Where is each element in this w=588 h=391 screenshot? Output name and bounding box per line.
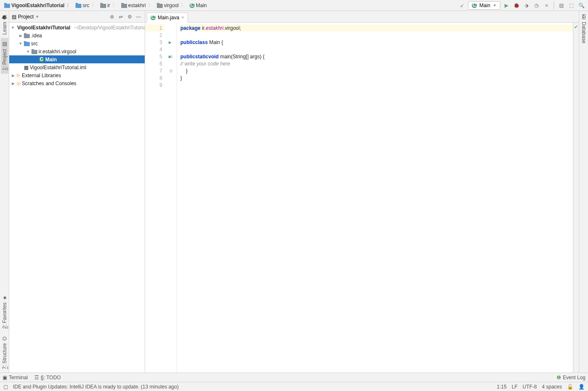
svg-rect-19 [24,41,26,43]
fold-gutter: ⊟⊟ [165,23,177,373]
project-icon: ▤ [12,14,16,20]
panel-title-label: Project [18,14,34,20]
search-everywhere-icon[interactable]: 🔍 [577,1,585,10]
status-message[interactable]: IDE and Plugin Updates: IntelliJ IDEA is… [13,384,492,390]
tab-label: Main.java [158,15,179,21]
crumb-virgool[interactable]: virgool〉 [155,1,187,9]
svg-rect-7 [121,3,124,5]
scratches-icon: ◎ [16,81,21,86]
hide-icon[interactable]: — [135,14,142,20]
gear-icon[interactable]: ⚙ [126,14,133,20]
svg-text:C: C [473,3,476,8]
locate-icon[interactable]: ⊕ [108,14,116,20]
tree-label: External Libraries [22,73,61,78]
status-caret-position[interactable]: 1:15 [497,384,507,390]
bottom-tool-tabs: ▣Terminal ☲6: TODO ❶Event Log [0,373,588,382]
module-icon: ▦ [24,65,29,70]
terminal-icon: ▣ [3,375,7,381]
coverage-icon[interactable]: ⬗ [522,1,531,10]
right-tool-rail: 🗄Database [579,11,588,373]
crumb-main[interactable]: C Main [188,2,208,9]
project-structure-icon[interactable]: ▤ [557,1,565,10]
rail-project[interactable]: 1: Project▤ [1,38,8,74]
chevron-down-icon: ▼ [35,15,39,19]
tree-label: Main [45,57,57,63]
tree-iml[interactable]: ▦ VigoolEstakhriTutorial.iml [9,63,145,71]
ide-settings-icon[interactable]: ⬚ [567,1,575,10]
run-config-label: Main [479,3,490,8]
inspection-ok-icon: ✔ [574,24,578,30]
tree-idea[interactable]: ▶ .idea [9,31,145,39]
editor-area: C Main.java × 1 2 3▶ 4 5▶ 6 7 8 9 ⊟⊟ [145,11,579,373]
project-view-selector[interactable]: ▤ Project ▼ [12,14,106,20]
svg-rect-17 [24,33,26,35]
tree-label: src [31,41,38,47]
status-bar: ▢ IDE and Plugin Updates: IntelliJ IDEA … [0,382,588,391]
inspection-strip[interactable]: ✔ [573,23,579,373]
rail-database[interactable]: 🗄Database [580,11,588,47]
tree-root[interactable]: ▼ VigoolEstakhriTutorial ~/Desktop/Vigoo… [9,23,145,31]
stop-icon: ■ [542,1,551,10]
tab-todo[interactable]: ☲6: TODO [34,375,61,381]
run-gutter-icon[interactable]: ▶ [169,40,172,44]
rail-favorites[interactable]: 2: Favorites★ [1,292,8,332]
tree-scratches[interactable]: ▶ ◎ Scratches and Consoles [9,79,145,87]
status-inspector-icon[interactable]: 👤 [578,384,585,390]
event-log-icon: ❶ [557,375,561,381]
tree-label: VigoolEstakhriTutorial [17,25,70,31]
code-editor[interactable]: 1 2 3▶ 4 5▶ 6 7 8 9 ⊟⊟ package ir.estakh… [145,23,579,373]
status-lock-icon[interactable]: 🔓 [567,384,573,390]
tab-terminal[interactable]: ▣Terminal [3,375,28,381]
crumb-project[interactable]: VigoolEstakhriTutorial〉 [3,1,73,9]
editor-tab-bar: C Main.java × [145,11,579,23]
svg-rect-9 [157,3,159,5]
tree-package[interactable]: ▼ ir.estakhri.virgool [9,47,145,55]
tree-src[interactable]: ▼ src [9,39,145,47]
close-icon[interactable]: × [181,15,184,21]
tree-label: .idea [31,33,42,39]
status-encoding[interactable]: UTF-8 [523,384,537,390]
tree-label: ir.estakhri.virgool [39,49,76,55]
left-tool-rail: Learn🎓 1: Project▤ 2: Favorites★ 7: Stru… [0,11,9,373]
project-tool-window: ▤ Project ▼ ⊕ ⇌ ⚙ — ▼ VigoolEstakhriTuto… [9,11,145,373]
collapse-icon[interactable]: ⇌ [117,14,125,20]
crumb-ir[interactable]: ir〉 [99,1,119,9]
svg-rect-3 [75,3,78,5]
chevron-down-icon: ▼ [493,3,497,8]
svg-text:C: C [190,3,194,8]
crumb-label: ir [107,3,110,8]
rail-structure[interactable]: 7: Structure⌬ [1,332,8,373]
status-line-ending[interactable]: LF [512,384,518,390]
debug-icon[interactable]: 🐞 [512,1,520,10]
libraries-icon: ⊪ [16,73,21,78]
navigation-bar: VigoolEstakhriTutorial〉 src〉 ir〉 estakhr… [0,0,588,11]
run-config-selector[interactable]: C Main ▼ [468,1,500,10]
breadcrumb: VigoolEstakhriTutorial〉 src〉 ir〉 estakhr… [3,1,458,9]
profile-icon[interactable]: ◷ [532,1,541,10]
todo-icon: ☲ [34,375,39,381]
crumb-estakhri[interactable]: estakhri〉 [120,1,154,9]
toolbar-right: ↙ C Main ▼ ▶ 🐞 ⬗ ◷ ■ ▤ ⬚ 🔍 [458,1,585,10]
code-body[interactable]: package ir.estakhri.virgool; public clas… [177,23,573,373]
crumb-label: virgool [164,3,179,8]
rail-learn[interactable]: Learn🎓 [0,11,8,38]
svg-rect-5 [100,3,103,5]
run-icon[interactable]: ▶ [502,1,510,10]
project-tree[interactable]: ▼ VigoolEstakhriTutorial ~/Desktop/Vigoo… [9,23,145,373]
crumb-label: src [83,3,89,8]
build-icon[interactable]: ↙ [458,1,466,10]
svg-text:C: C [151,15,155,20]
svg-text:C: C [40,57,44,62]
project-panel-header: ▤ Project ▼ ⊕ ⇌ ⚙ — [9,11,145,23]
status-indent[interactable]: 4 spaces [542,384,562,390]
line-number-gutter: 1 2 3▶ 4 5▶ 6 7 8 9 [145,23,165,373]
tree-main-class[interactable]: C Main [9,55,145,63]
tree-external-libs[interactable]: ▶ ⊪ External Libraries [9,71,145,79]
status-icon[interactable]: ▢ [3,384,8,390]
crumb-label: estakhri [128,3,146,8]
file-tab-main[interactable]: C Main.java × [147,13,188,23]
crumb-src[interactable]: src〉 [74,1,98,9]
run-gutter-icon[interactable]: ▶ [169,55,172,59]
tree-label: VigoolEstakhriTutorial.iml [30,65,86,70]
tab-event-log[interactable]: ❶Event Log [557,375,585,381]
